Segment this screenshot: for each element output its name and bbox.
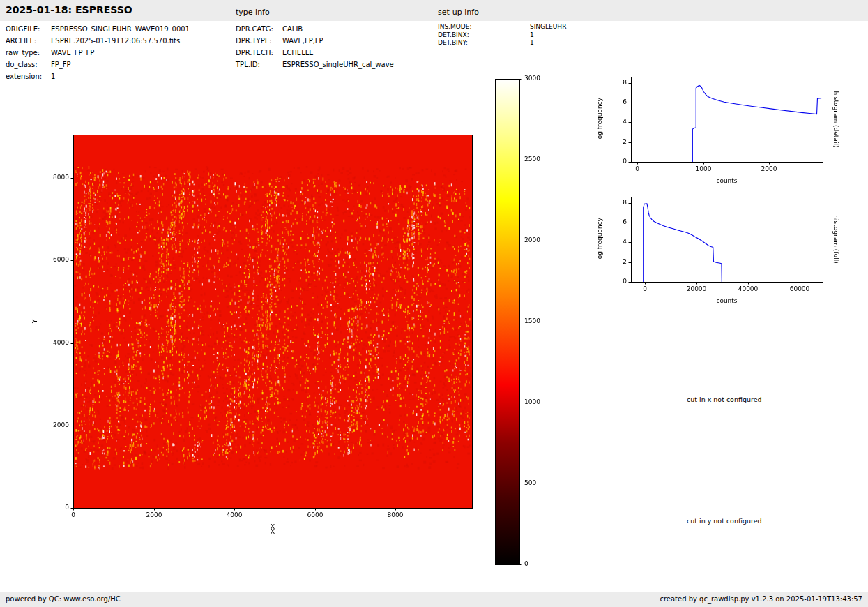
cut-x-status: cut in x not configured bbox=[687, 396, 762, 403]
intensity-colorbar bbox=[492, 73, 568, 572]
meta-value: 1 bbox=[51, 70, 55, 82]
setup-info-block: INS.MODE: SINGLEUHR DET.BINX: 1 DET.BINY… bbox=[438, 23, 566, 47]
meta-value: ESPRESSO_SINGLEUHR_WAVE019_0001 bbox=[51, 23, 190, 35]
setup-info-heading: set-up info bbox=[438, 8, 479, 17]
meta-row-extension: extension: 1 bbox=[6, 70, 190, 82]
meta-label: DPR.TYPE: bbox=[236, 35, 282, 47]
meta-value: ECHELLE bbox=[282, 47, 314, 59]
meta-label: ARCFILE: bbox=[6, 35, 51, 47]
header-bar: 2025-01-18: ESPRESSO type info set-up in… bbox=[0, 0, 868, 21]
footer-bar: powered by QC: www.eso.org/HC created by… bbox=[0, 592, 868, 607]
meta-row-doclass: do_class: FP_FP bbox=[6, 59, 190, 70]
footer-powered-by: powered by QC: www.eso.org/HC bbox=[6, 595, 121, 603]
meta-row-tplid: TPL.ID: ESPRESSO_singleUHR_cal_wave bbox=[236, 59, 394, 70]
type-info-heading: type info bbox=[236, 8, 270, 17]
meta-value: WAVE_FP_FP bbox=[51, 47, 94, 59]
raw-frame-plot bbox=[28, 124, 488, 543]
meta-label: do_class: bbox=[6, 59, 51, 70]
meta-label: DET.BINX: bbox=[438, 31, 530, 40]
meta-row-detbinx: DET.BINX: 1 bbox=[438, 31, 566, 40]
histogram-full-plot bbox=[593, 186, 840, 315]
meta-label: TPL.ID: bbox=[236, 59, 282, 70]
meta-row-dprtype: DPR.TYPE: WAVE,FP,FP bbox=[236, 35, 394, 47]
meta-label: ORIGFILE: bbox=[6, 23, 51, 35]
meta-row-arcfile: ARCFILE: ESPRE.2025-01-19T12:06:57.570.f… bbox=[6, 35, 190, 47]
meta-row-dprtech: DPR.TECH: ECHELLE bbox=[236, 47, 394, 59]
cut-y-status: cut in y not configured bbox=[687, 517, 762, 525]
meta-value: 1 bbox=[530, 31, 534, 40]
meta-value: ESPRE.2025-01-19T12:06:57.570.fits bbox=[51, 35, 180, 47]
file-info-block: ORIGFILE: ESPRESSO_SINGLEUHR_WAVE019_000… bbox=[6, 23, 190, 82]
meta-label: INS.MODE: bbox=[438, 23, 530, 31]
meta-value: CALIB bbox=[282, 23, 303, 35]
meta-row-rawtype: raw_type: WAVE_FP_FP bbox=[6, 47, 190, 59]
meta-value: FP_FP bbox=[51, 59, 71, 70]
page-title: 2025-01-18: ESPRESSO bbox=[6, 4, 132, 15]
footer-created-by: created by qc_rawdisp.py v1.2.3 on 2025-… bbox=[660, 595, 862, 603]
meta-row-insmode: INS.MODE: SINGLEUHR bbox=[438, 23, 566, 31]
histogram-detail-plot bbox=[593, 66, 840, 195]
meta-value: 1 bbox=[530, 39, 534, 47]
meta-label: extension: bbox=[6, 70, 51, 82]
meta-value: SINGLEUHR bbox=[530, 23, 566, 31]
meta-row-detbiny: DET.BINY: 1 bbox=[438, 39, 566, 47]
meta-label: DPR.CATG: bbox=[236, 23, 282, 35]
meta-label: raw_type: bbox=[6, 47, 51, 59]
meta-value: ESPRESSO_singleUHR_cal_wave bbox=[282, 59, 394, 70]
meta-label: DET.BINY: bbox=[438, 39, 530, 47]
type-info-block: DPR.CATG: CALIB DPR.TYPE: WAVE,FP,FP DPR… bbox=[236, 23, 394, 70]
meta-row-dprcatg: DPR.CATG: CALIB bbox=[236, 23, 394, 35]
meta-label: DPR.TECH: bbox=[236, 47, 282, 59]
meta-row-origfile: ORIGFILE: ESPRESSO_SINGLEUHR_WAVE019_000… bbox=[6, 23, 190, 35]
meta-value: WAVE,FP,FP bbox=[282, 35, 323, 47]
